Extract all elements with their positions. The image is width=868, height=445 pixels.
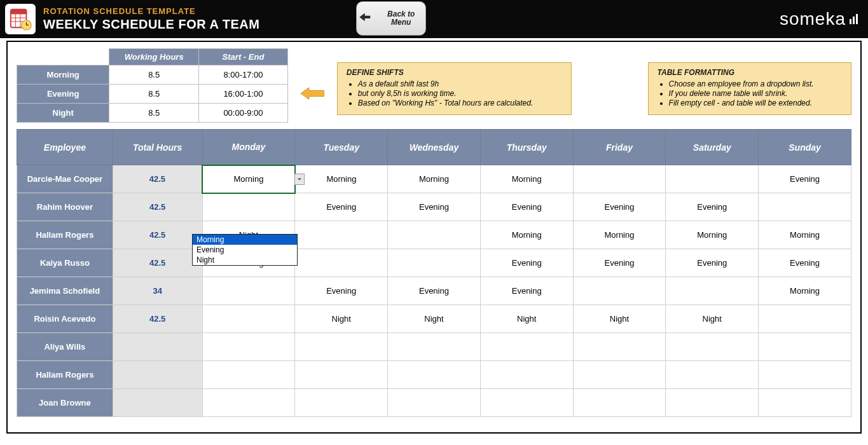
shift-cell[interactable] [202,277,295,305]
dropdown-option[interactable]: Night [193,255,297,265]
shift-cell[interactable] [666,333,759,361]
shift-cell[interactable] [388,361,481,389]
employee-cell[interactable]: Hallam Rogers [17,221,113,249]
shift-cell[interactable] [759,361,851,389]
shift-cell[interactable]: Morning [666,221,759,249]
shift-cell[interactable] [202,193,295,221]
shift-cell[interactable] [573,277,666,305]
shift-cell[interactable] [202,361,295,389]
shift-cell[interactable]: Evening [480,193,573,221]
shift-cell[interactable] [202,333,295,361]
shift-cell[interactable]: Evening [388,193,481,221]
total-hours-cell: 42.5 [113,165,202,193]
note-title: TABLE FORMATTING [658,68,842,77]
shift-cell[interactable]: Evening [295,193,388,221]
shift-cell[interactable]: Evening [666,249,759,277]
shift-range[interactable]: 00:00-9:00 [199,104,288,123]
note-item: Fill empty cell - and table will be exte… [669,99,842,107]
employee-cell[interactable]: Roisin Acevedo [17,305,113,333]
shift-cell[interactable]: Evening [666,193,759,221]
shift-cell[interactable]: Evening [759,165,851,193]
shift-cell[interactable]: Night [666,305,759,333]
shift-dropdown-list[interactable]: Morning Evening Night [192,234,298,266]
shift-cell[interactable] [295,333,388,361]
shift-cell[interactable] [295,221,388,249]
shift-cell[interactable] [759,305,851,333]
col-employee: Employee [17,130,113,165]
shift-cell[interactable]: Evening [480,277,573,305]
shift-cell[interactable]: Morning [295,165,388,193]
shift-cell[interactable] [666,361,759,389]
shift-cell[interactable]: Morning [202,165,295,193]
shift-cell[interactable] [295,389,388,417]
note-title: DEFINE SHIFTS [347,68,562,77]
employee-cell[interactable]: Jemima Schofield [17,277,113,305]
shift-cell[interactable] [759,193,851,221]
note-item: As a default shift last 9h [358,79,562,88]
brand-logo-bars-icon [850,14,858,24]
shift-cell[interactable] [573,333,666,361]
employee-cell[interactable]: Darcie-Mae Cooper [17,165,113,193]
shift-cell[interactable]: Evening [388,277,481,305]
shift-cell[interactable]: Evening [295,277,388,305]
table-row: Hallam Rogers [17,361,851,389]
shift-cell[interactable]: Night [573,305,666,333]
dropdown-option[interactable]: Morning [193,235,297,245]
employee-cell[interactable]: Kaiya Russo [17,249,113,277]
shift-cell[interactable] [480,389,573,417]
shift-cell[interactable]: Evening [759,249,851,277]
arrow-left-icon [301,86,324,101]
shift-cell[interactable]: Evening [573,249,666,277]
shift-cell[interactable]: Evening [573,193,666,221]
employee-cell[interactable]: Joan Browne [17,389,113,417]
shift-cell[interactable]: Evening [480,249,573,277]
shift-cell[interactable] [573,165,666,193]
shift-cell[interactable] [666,165,759,193]
shift-cell[interactable] [388,389,481,417]
back-to-menu-button[interactable]: Back to Menu [356,1,426,36]
col-sunday: Sunday [759,130,851,165]
shift-cell[interactable] [573,389,666,417]
shift-cell[interactable] [388,249,481,277]
brand-logo: someka [780,9,858,29]
shift-cell[interactable] [573,361,666,389]
shift-range[interactable]: 8:00-17:00 [199,65,288,85]
shift-cell[interactable] [480,333,573,361]
shift-range[interactable]: 16:00-1:00 [199,85,288,104]
shift-hours[interactable]: 8.5 [109,65,199,85]
shift-cell[interactable] [666,277,759,305]
shift-cell[interactable] [388,221,481,249]
dropdown-option[interactable]: Evening [193,245,297,255]
shift-cell[interactable] [295,361,388,389]
employee-cell[interactable]: Hallam Rogers [17,361,113,389]
shift-cell[interactable]: Morning [573,221,666,249]
table-row: Roisin Acevedo42.5NightNightNightNightNi… [17,305,851,333]
shift-hours[interactable]: 8.5 [109,104,199,123]
shift-cell[interactable]: Night [480,305,573,333]
svg-rect-1 [11,10,27,15]
employee-cell[interactable]: Aliya Wills [17,333,113,361]
shift-cell[interactable]: Morning [480,165,573,193]
shift-cell[interactable] [759,333,851,361]
col-thursday: Thursday [480,130,573,165]
app-header: ROTATION SCHEDULE TEMPLATE WEEKLY SCHEDU… [0,0,868,38]
shift-cell[interactable] [666,389,759,417]
shift-hours[interactable]: 8.5 [109,85,199,104]
dropdown-toggle[interactable] [294,174,305,185]
shift-cell[interactable] [759,389,851,417]
shift-cell[interactable]: Morning [759,277,851,305]
shift-cell[interactable]: Night [295,305,388,333]
shift-cell[interactable] [295,249,388,277]
table-row: Aliya Wills [17,333,851,361]
shift-cell[interactable]: Morning [759,221,851,249]
shift-cell[interactable] [480,361,573,389]
table-row: Hallam Rogers42.5NightMorningMorningMorn… [17,221,851,249]
shift-cell[interactable]: Morning [480,221,573,249]
shift-cell[interactable]: Morning [388,165,481,193]
back-label: Back to Menu [377,10,426,27]
employee-cell[interactable]: Rahim Hoover [17,193,113,221]
shift-cell[interactable]: Night [388,305,481,333]
shift-cell[interactable] [202,389,295,417]
shift-cell[interactable] [388,333,481,361]
shift-cell[interactable] [202,305,295,333]
